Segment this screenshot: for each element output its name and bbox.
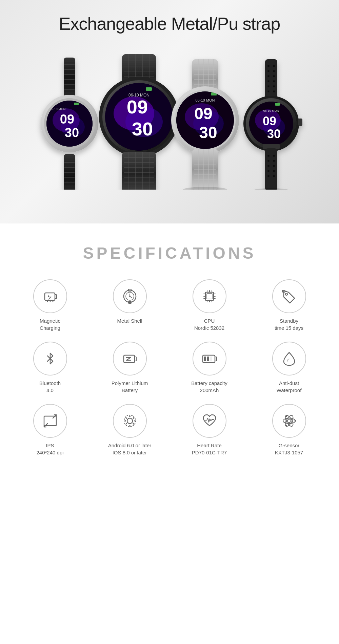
svg-point-127 <box>267 155 270 157</box>
spec-label-polymer-battery: Polymer LithiumBattery <box>112 380 148 394</box>
specs-title: SPECIFICATIONS <box>14 244 325 262</box>
svg-point-102 <box>267 75 270 77</box>
svg-text:30: 30 <box>267 127 281 141</box>
svg-point-176 <box>127 418 133 424</box>
spec-label-bluetooth: Bluetooth4.0 <box>39 380 61 394</box>
svg-point-100 <box>267 65 270 67</box>
watches-display: AM 06-10 MON 09 30 <box>7 47 332 203</box>
watch-4: AM 06-10 MON 09 30 <box>243 59 302 190</box>
spec-g-sensor: G-sensorKXTJ3-1057 <box>253 404 325 456</box>
svg-point-184 <box>285 425 287 427</box>
svg-point-182 <box>294 420 296 422</box>
svg-point-103 <box>267 80 270 82</box>
svg-text:09: 09 <box>194 105 212 123</box>
spec-label-metal-shell: Metal Shell <box>117 317 142 324</box>
spec-icon-waterproof <box>272 342 306 375</box>
svg-point-107 <box>273 70 275 72</box>
magnetic-charging-icon <box>41 287 59 305</box>
svg-point-101 <box>267 70 270 72</box>
svg-point-135 <box>273 170 275 172</box>
spec-icon-heart-rate <box>193 404 226 438</box>
svg-point-104 <box>267 85 270 87</box>
svg-point-110 <box>273 85 275 87</box>
svg-rect-126 <box>265 148 277 190</box>
spec-heart-rate: Heart RatePD70-01C-TR7 <box>173 404 246 456</box>
waterproof-icon <box>280 350 298 367</box>
spec-icon-magnetic-charging <box>33 279 67 313</box>
specs-section: SPECIFICATIONS MagneticCharging <box>0 223 339 470</box>
bluetooth-icon <box>41 350 59 367</box>
spec-cpu: CPUNordic 52832 <box>173 279 246 331</box>
svg-rect-99 <box>265 59 277 102</box>
watches-svg: AM 06-10 MON 09 30 <box>14 54 325 190</box>
svg-point-131 <box>267 175 270 177</box>
svg-text:30: 30 <box>132 118 153 139</box>
svg-point-133 <box>273 160 275 162</box>
spec-label-standby: Standbytime 15 days <box>275 317 303 331</box>
svg-rect-173 <box>44 416 56 426</box>
svg-rect-124 <box>298 119 302 126</box>
svg-point-130 <box>267 170 270 172</box>
spec-label-waterproof: Anti-dustWaterproof <box>277 380 302 394</box>
standby-icon <box>280 287 298 305</box>
svg-rect-171 <box>207 357 209 361</box>
svg-point-98 <box>183 187 227 190</box>
svg-point-132 <box>273 155 275 157</box>
svg-point-183 <box>285 415 287 417</box>
svg-point-106 <box>273 65 275 67</box>
svg-rect-19 <box>74 103 79 105</box>
svg-text:06-10 MON: 06-10 MON <box>263 109 279 112</box>
svg-point-137 <box>253 188 290 190</box>
svg-rect-170 <box>204 357 206 361</box>
spec-android-ios: Android 6.0 or laterIOS 8.0 or later <box>93 404 166 456</box>
svg-point-164 <box>285 293 287 295</box>
svg-rect-139 <box>55 295 57 299</box>
spec-ips: IPS240*240 dpi <box>14 404 86 456</box>
svg-rect-49 <box>146 87 152 91</box>
spec-polymer-battery: Polymer LithiumBattery <box>93 342 166 394</box>
spec-icon-standby <box>272 279 306 313</box>
spec-icon-android-ios <box>113 404 147 438</box>
specs-grid: MagneticCharging Metal Shell <box>14 279 325 456</box>
battery-capacity-icon <box>201 350 218 367</box>
spec-label-ips: IPS240*240 dpi <box>36 442 63 456</box>
spec-icon-battery-capacity <box>193 342 226 375</box>
svg-rect-125 <box>263 144 280 149</box>
spec-icon-metal-shell <box>113 279 147 313</box>
spec-label-g-sensor: G-sensorKXTJ3-1057 <box>275 442 303 456</box>
cpu-icon <box>201 287 218 305</box>
metal-shell-icon <box>121 287 139 305</box>
svg-point-105 <box>267 90 270 92</box>
svg-text:09: 09 <box>263 114 276 128</box>
spec-label-android-ios: Android 6.0 or laterIOS 8.0 or later <box>108 442 152 456</box>
atom-icon <box>280 412 298 430</box>
svg-point-136 <box>273 175 275 177</box>
spec-icon-polymer-battery <box>113 342 147 375</box>
spec-metal-shell: Metal Shell <box>93 279 166 331</box>
watch-3: AM 06-10 MON 09 30 <box>171 59 239 190</box>
spec-bluetooth: Bluetooth4.0 <box>14 342 86 394</box>
spec-waterproof: Anti-dustWaterproof <box>253 342 325 394</box>
svg-point-111 <box>273 90 275 92</box>
polymer-battery-icon <box>121 350 139 367</box>
spec-icon-bluetooth <box>33 342 67 375</box>
svg-point-178 <box>287 419 291 423</box>
spec-icon-g-sensor <box>272 404 306 438</box>
svg-point-149 <box>129 296 131 297</box>
svg-point-108 <box>273 75 275 77</box>
spec-label-cpu: CPUNordic 52832 <box>194 317 224 331</box>
spec-standby: Standbytime 15 days <box>253 279 325 331</box>
svg-rect-23 <box>64 154 75 190</box>
svg-rect-169 <box>215 357 217 361</box>
svg-text:06-10 MON: 06-10 MON <box>196 98 215 102</box>
heart-pulse-icon <box>201 412 218 430</box>
spec-label-magnetic-charging: MagneticCharging <box>40 317 60 331</box>
svg-point-128 <box>267 160 270 162</box>
watch-1: AM 06-10 MON 09 30 <box>41 58 98 190</box>
svg-point-129 <box>267 165 270 167</box>
hero-section: Exchangeable Metal/Pu strap <box>0 0 339 223</box>
spec-label-battery-capacity: Battery capacity200mAh <box>191 380 227 394</box>
hero-title: Exchangeable Metal/Pu strap <box>7 14 332 34</box>
svg-rect-151 <box>207 294 212 299</box>
spec-battery-capacity: Battery capacity200mAh <box>173 342 246 394</box>
